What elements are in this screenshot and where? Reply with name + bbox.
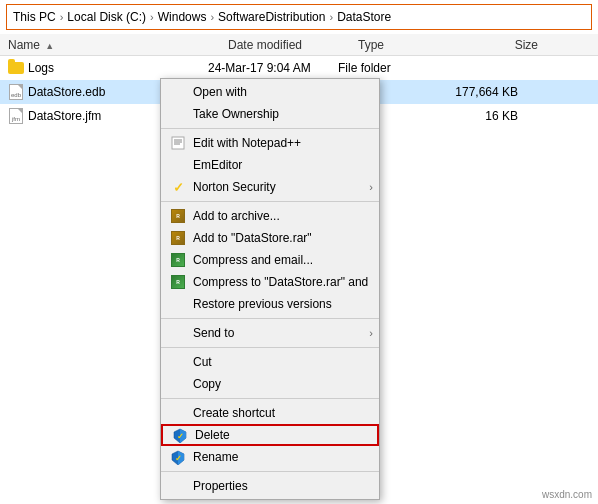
file-list-header: Name ▲ Date modified Type Size [0,34,598,56]
menu-item-compress-email[interactable]: R Compress and email... [161,249,379,271]
menu-item-compress-to-rar-email[interactable]: R Compress to "DataStore.rar" and email [161,271,379,293]
edb-file-icon: edb [8,84,24,100]
col-header-type[interactable]: Type [358,38,458,52]
menu-item-send-to[interactable]: Send to › [161,322,379,344]
menu-item-take-ownership[interactable]: Take Ownership [161,103,379,125]
separator-1 [161,128,379,129]
menu-label-rename: Rename [193,450,371,464]
menu-label-properties: Properties [193,479,371,493]
emeditor-icon [169,156,187,174]
addr-sep-1: › [60,11,64,23]
address-part-thispc[interactable]: This PC [13,10,56,24]
menu-item-copy[interactable]: Copy [161,373,379,395]
create-shortcut-icon [169,404,187,422]
menu-item-add-to-datastore-rar[interactable]: R Add to "DataStore.rar" [161,227,379,249]
address-bar[interactable]: This PC › Local Disk (C:) › Windows › So… [6,4,592,30]
separator-6 [161,471,379,472]
menu-item-rename[interactable]: ✓ Rename [161,446,379,468]
menu-label-compress-to-rar-email: Compress to "DataStore.rar" and email [193,275,371,289]
address-part-windows[interactable]: Windows [158,10,207,24]
add-rar-icon: R [169,229,187,247]
menu-label-add-to-archive: Add to archive... [193,209,371,223]
add-archive-icon: R [169,207,187,225]
file-name-logs: Logs [8,60,208,76]
wsxdn-watermark: wsxdn.com [542,489,592,500]
menu-label-compress-email: Compress and email... [193,253,371,267]
menu-item-add-to-archive[interactable]: R Add to archive... [161,205,379,227]
send-to-submenu-arrow: › [369,327,373,339]
sort-arrow: ▲ [45,41,54,51]
separator-4 [161,347,379,348]
compress-email-icon: R [169,251,187,269]
notepad-icon [169,134,187,152]
addr-sep-4: › [329,11,333,23]
menu-label-create-shortcut: Create shortcut [193,406,371,420]
jfm-file-icon: jfm [8,108,24,124]
properties-icon [169,477,187,495]
svg-text:✓: ✓ [175,454,182,463]
cut-icon [169,353,187,371]
menu-item-emeditor[interactable]: EmEditor [161,154,379,176]
compress-rar-email-icon: R [169,273,187,291]
folder-icon [8,60,24,76]
col-header-size[interactable]: Size [458,38,538,52]
menu-label-send-to: Send to [193,326,371,340]
norton-submenu-arrow: › [369,181,373,193]
file-type-logs: File folder [338,61,438,75]
open-with-icon [169,83,187,101]
col-header-date[interactable]: Date modified [228,38,358,52]
copy-icon [169,375,187,393]
menu-item-restore-previous[interactable]: Restore previous versions [161,293,379,315]
menu-label-norton-security: Norton Security [193,180,371,194]
separator-2 [161,201,379,202]
menu-label-open-with: Open with [193,85,371,99]
menu-item-norton-security[interactable]: ✓ Norton Security › [161,176,379,198]
menu-label-emeditor: EmEditor [193,158,371,172]
menu-item-edit-notepad[interactable]: Edit with Notepad++ [161,132,379,154]
file-date-logs: 24-Mar-17 9:04 AM [208,61,338,75]
address-part-softwaredist[interactable]: SoftwareDistribution [218,10,325,24]
context-menu: Open with Take Ownership Edit with Notep… [160,78,380,500]
separator-3 [161,318,379,319]
delete-shield-icon: ✓ [171,426,189,444]
menu-item-delete[interactable]: ✓ Delete [161,424,379,446]
addr-sep-2: › [150,11,154,23]
norton-icon: ✓ [169,178,187,196]
rename-shield-icon: ✓ [169,448,187,466]
menu-label-copy: Copy [193,377,371,391]
menu-label-add-to-datastore-rar: Add to "DataStore.rar" [193,231,371,245]
svg-rect-0 [172,137,184,149]
menu-label-take-ownership: Take Ownership [193,107,371,121]
take-ownership-icon [169,105,187,123]
menu-item-open-with[interactable]: Open with [161,81,379,103]
menu-label-cut: Cut [193,355,371,369]
menu-label-edit-notepad: Edit with Notepad++ [193,136,371,150]
menu-label-restore-previous: Restore previous versions [193,297,371,311]
separator-5 [161,398,379,399]
menu-item-cut[interactable]: Cut [161,351,379,373]
col-header-name[interactable]: Name ▲ [8,38,228,52]
address-part-localdisk[interactable]: Local Disk (C:) [67,10,146,24]
menu-item-properties[interactable]: Properties [161,475,379,497]
send-to-icon [169,324,187,342]
menu-item-create-shortcut[interactable]: Create shortcut [161,402,379,424]
file-row-logs[interactable]: Logs 24-Mar-17 9:04 AM File folder [0,56,598,80]
restore-icon [169,295,187,313]
file-size-edb: 177,664 KB [438,85,518,99]
addr-sep-3: › [210,11,214,23]
menu-label-delete: Delete [195,428,369,442]
address-part-datastore[interactable]: DataStore [337,10,391,24]
file-size-jfm: 16 KB [438,109,518,123]
svg-text:✓: ✓ [177,432,184,441]
